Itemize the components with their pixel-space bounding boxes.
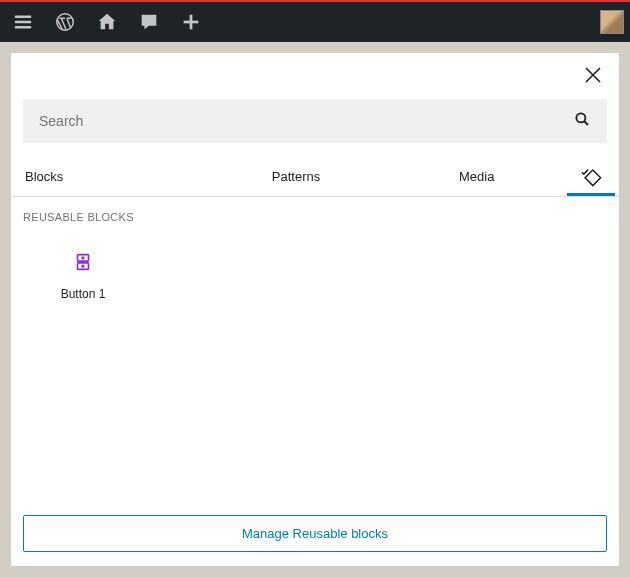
svg-point-10 <box>82 257 84 259</box>
reusable-blocks-list: Button 1 <box>11 229 619 505</box>
svg-point-6 <box>576 113 585 122</box>
svg-rect-1 <box>15 21 32 23</box>
inserter-tabs: Blocks Patterns Media <box>11 157 619 197</box>
svg-rect-5 <box>184 21 199 24</box>
admin-bar <box>0 0 630 42</box>
user-avatar[interactable] <box>600 10 624 34</box>
svg-point-11 <box>82 265 84 267</box>
manage-reusable-button[interactable]: Manage Reusable blocks <box>23 515 607 552</box>
reusable-block-label: Button 1 <box>27 287 139 301</box>
menu-icon[interactable] <box>6 5 40 39</box>
section-reusable-label: REUSABLE BLOCKS <box>11 197 619 229</box>
block-inserter-panel: Blocks Patterns Media REUSABLE BLOCKS Bu… <box>10 52 620 567</box>
tab-media[interactable]: Media <box>386 159 567 194</box>
svg-rect-2 <box>15 26 32 28</box>
close-icon[interactable] <box>581 63 605 87</box>
tab-reusable[interactable] <box>567 157 615 196</box>
add-new-icon[interactable] <box>174 5 208 39</box>
home-icon[interactable] <box>90 5 124 39</box>
tab-patterns[interactable]: Patterns <box>206 159 387 194</box>
search-icon[interactable] <box>573 110 591 132</box>
comments-icon[interactable] <box>132 5 166 39</box>
search-input[interactable] <box>39 113 573 129</box>
reusable-block-icon <box>27 251 139 273</box>
wordpress-logo-icon[interactable] <box>48 5 82 39</box>
svg-rect-7 <box>585 170 601 186</box>
svg-rect-0 <box>15 16 32 18</box>
search-box <box>23 99 607 143</box>
reusable-block-item[interactable]: Button 1 <box>23 233 143 307</box>
tab-blocks[interactable]: Blocks <box>15 159 206 194</box>
